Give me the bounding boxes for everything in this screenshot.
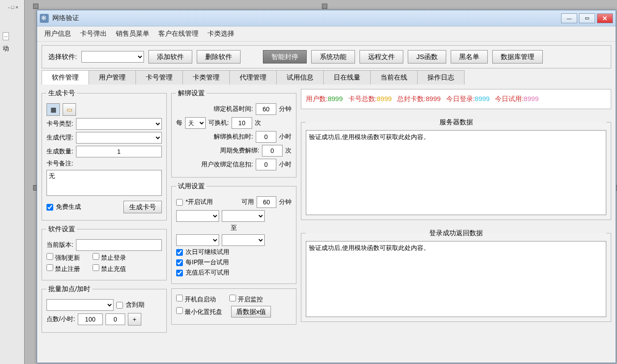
workarea: 生成卡号 ▦ ▭ 卡号类型: 生成代理: 生成数量: 卡号备注: 无 免费生成 … (37, 85, 616, 337)
software-select[interactable] (81, 51, 144, 63)
avail-label: 可用 (241, 198, 254, 206)
close-button[interactable]: ✕ (597, 13, 613, 23)
ide-side-strip: - □ × ... 动 (0, 0, 25, 364)
force-update-checkbox[interactable] (46, 253, 53, 260)
deny-recharge-checkbox[interactable] (93, 264, 99, 271)
db-manage-button[interactable]: 数据库管理 (492, 50, 543, 63)
maximize-button[interactable]: ▭ (579, 13, 595, 23)
login-data-group: 登录成功返回数据 验证成功后,使用模块函数可获取此处内容。 (301, 229, 611, 322)
tab-card-type[interactable]: 卡类管理 (182, 70, 230, 85)
system-function-button[interactable]: 系统功能 (311, 50, 355, 63)
gen-card-button[interactable]: 生成卡号 (123, 201, 162, 213)
server-data-group: 服务器数据 验证成功后,使用模块函数可获取此处内容。 (301, 118, 611, 220)
js-function-button[interactable]: JS函数 (408, 50, 446, 63)
unbind-deduct-label: 解绑换机扣时: (214, 133, 253, 141)
stat-users-value: 8999 (328, 95, 342, 102)
tab-user-mgmt[interactable]: 用户管理 (89, 70, 136, 85)
gen-count-input[interactable] (76, 146, 162, 157)
bind-time-unit: 分钟 (279, 105, 292, 113)
trial-from-m[interactable] (222, 210, 265, 222)
batch-select[interactable] (46, 299, 114, 311)
open-trial-checkbox[interactable] (176, 199, 183, 206)
card-type-select[interactable] (76, 118, 162, 130)
menu-user-info[interactable]: 用户信息 (44, 30, 71, 38)
tray-label: 最小化置托盘 (185, 308, 222, 315)
add-software-button[interactable]: 添加软件 (148, 50, 192, 63)
calendar-icon[interactable]: ▦ (46, 103, 60, 116)
stat-cards-value: 8999 (377, 95, 392, 102)
shield-button[interactable]: 盾数据x值 (231, 306, 271, 317)
remote-file-button[interactable]: 远程文件 (359, 50, 403, 63)
tab-card-mgmt[interactable]: 卡号管理 (135, 70, 183, 85)
deny-recharge-label: 禁止充值 (101, 265, 126, 272)
plus-button[interactable]: + (128, 313, 141, 326)
menu-online-mgmt[interactable]: 客户在线管理 (158, 30, 199, 38)
stat-login-value: 8999 (475, 95, 490, 102)
trial-group: 试用设置 *开启试用可用分钟 至 次日可继续试用 每IP限一台试用 充值后不可试… (171, 182, 296, 284)
server-data-textarea[interactable]: 验证成功后,使用模块函数可获取此处内容。 (306, 130, 606, 215)
side-window-controls[interactable]: - □ × (8, 4, 18, 10)
side-ellipsis[interactable]: ... (3, 32, 9, 40)
tab-op-log[interactable]: 操作日志 (417, 70, 465, 85)
trial-from-h[interactable] (176, 210, 219, 222)
gen-card-group: 生成卡号 ▦ ▭ 卡号类型: 生成代理: 生成数量: 卡号备注: 无 免费生成 … (42, 89, 167, 220)
blacklist-button[interactable]: 黑名单 (451, 50, 488, 63)
per-ip-checkbox[interactable] (176, 259, 183, 266)
tab-software-mgmt[interactable]: 软件管理 (42, 70, 89, 85)
select-software-label: 选择软件: (48, 53, 77, 61)
bind-time-input[interactable] (256, 103, 276, 115)
gen-agent-label: 生成代理: (46, 134, 73, 142)
bind-time-label: 绑定机器时间: (214, 105, 253, 113)
gen-agent-select[interactable] (76, 132, 162, 144)
switch-label: 可换机: (208, 119, 229, 127)
free-unbind-label: 周期免费解绑: (220, 147, 259, 155)
tab-current-online[interactable]: 当前在线 (370, 70, 418, 85)
menu-card-type[interactable]: 卡类选择 (207, 30, 234, 38)
pts-input[interactable] (78, 313, 103, 325)
tabs: 软件管理 用户管理 卡号管理 卡类管理 代理管理 试用信息 日在线量 当前在线 … (37, 70, 616, 85)
autostart-label: 开机自启动 (185, 296, 216, 303)
login-data-textarea[interactable]: 验证成功后,使用模块函数可获取此处内容。 (306, 241, 606, 317)
include-expired-checkbox[interactable] (116, 302, 123, 309)
card-note-textarea[interactable]: 无 (46, 170, 162, 196)
after-recharge-checkbox[interactable] (176, 270, 183, 276)
user-mod-input[interactable] (256, 159, 276, 170)
resize-handle-icon[interactable] (322, 4, 327, 9)
menu-sales[interactable]: 销售员菜单 (116, 30, 149, 38)
period-select[interactable]: 天 (185, 117, 206, 129)
version-input[interactable] (76, 239, 162, 251)
every-label: 每 (176, 119, 182, 127)
monitor-label: 开启监控 (238, 296, 263, 303)
minimize-button[interactable]: — (561, 13, 577, 23)
tab-trial-info[interactable]: 试用信息 (276, 70, 324, 85)
hours-input[interactable] (106, 313, 125, 325)
deny-reg-checkbox[interactable] (46, 264, 53, 271)
smart-block-button[interactable]: 智能封停 (263, 50, 307, 63)
deny-login-checkbox[interactable] (93, 253, 99, 260)
delete-software-button[interactable]: 删除软件 (197, 50, 241, 63)
include-expired-label: 含到期 (126, 301, 144, 309)
switch-input[interactable] (232, 117, 252, 129)
free-gen-checkbox[interactable] (46, 204, 53, 211)
next-day-checkbox[interactable] (176, 249, 183, 256)
stat-trial-value: 8999 (524, 95, 538, 102)
trial-to-h[interactable] (176, 234, 219, 246)
unbind-deduct-input[interactable] (256, 131, 276, 143)
tray-checkbox[interactable] (176, 307, 183, 314)
tab-agent-mgmt[interactable]: 代理管理 (229, 70, 277, 85)
gen-count-label: 生成数量: (46, 148, 73, 156)
login-data-legend: 登录成功返回数据 (306, 229, 606, 237)
main-window: 网络验证 — ▭ ✕ 用户信息 卡号弹出 销售员菜单 客户在线管理 卡类选择 选… (37, 10, 616, 363)
monitor-checkbox[interactable] (229, 295, 236, 301)
tab-daily-online[interactable]: 日在线量 (323, 70, 371, 85)
autostart-checkbox[interactable] (176, 295, 183, 301)
window-title: 网络验证 (52, 14, 79, 22)
avail-input[interactable] (257, 196, 276, 208)
card-icon[interactable]: ▭ (63, 103, 76, 116)
free-unbind-input[interactable] (262, 145, 283, 157)
trial-to-m[interactable] (222, 234, 265, 246)
menu-card-popup[interactable]: 卡号弹出 (80, 30, 107, 38)
titlebar[interactable]: 网络验证 — ▭ ✕ (37, 10, 616, 26)
resize-handle-icon[interactable] (33, 4, 38, 9)
stat-logf-login-label: 今日登录: (446, 95, 475, 102)
